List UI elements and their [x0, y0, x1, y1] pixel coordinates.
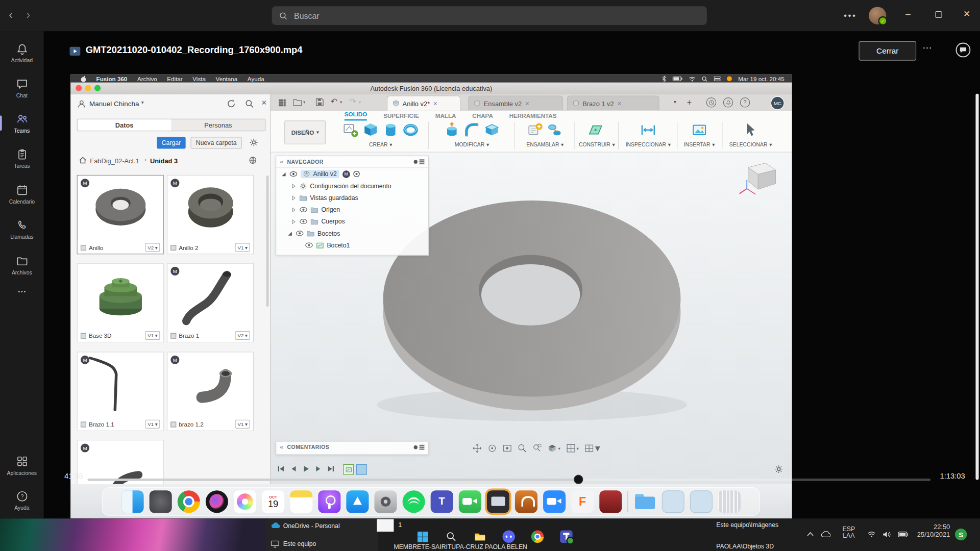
viewports-dropdown[interactable]: ▾ [584, 442, 600, 454]
menu-ayuda[interactable]: Ayuda [248, 76, 264, 82]
select-cursor-icon[interactable] [743, 122, 759, 138]
start-button[interactable] [414, 529, 431, 545]
visibility-eye-icon[interactable] [300, 219, 308, 224]
sidebar-item-calendario[interactable]: Calendario [0, 178, 44, 211]
audio-app-icon[interactable] [515, 490, 537, 513]
panel-options-icon[interactable] [414, 445, 425, 449]
help-circle-icon[interactable]: ? [740, 97, 750, 108]
joint-icon[interactable] [547, 122, 563, 138]
expander-collapsed-icon[interactable] [291, 183, 297, 188]
sidebar-item-chat[interactable]: Chat [0, 71, 44, 105]
version-dropdown[interactable]: V1▾ [235, 243, 250, 252]
visibility-eye-icon[interactable] [300, 207, 308, 212]
page-scrollbar[interactable] [975, 94, 978, 480]
facetime-icon[interactable] [459, 490, 481, 513]
close-tab-icon[interactable]: ✕ [433, 101, 437, 107]
skip-start-icon[interactable] [277, 465, 285, 473]
minimize-button[interactable]: – [905, 9, 911, 19]
datapanel-scrollbar[interactable] [266, 176, 269, 307]
project-card-base3d[interactable]: Base 3DV1▾ [77, 263, 164, 343]
group-label-crear[interactable]: CREAR▾ [369, 141, 392, 147]
play-icon[interactable] [302, 465, 310, 473]
tray-clock[interactable]: 22:50 25/10/2021 [911, 523, 950, 538]
explorer-thispc-item[interactable]: Este equipo [283, 540, 316, 547]
sidebar-more[interactable] [0, 281, 44, 303]
doc-tab-ensamble[interactable]: Ensamble v2 ✕ [468, 95, 563, 110]
zoom-app-icon[interactable] [543, 490, 566, 513]
tree-row-root[interactable]: Anillo v2 M [276, 168, 428, 180]
menu-editar[interactable]: Editar [167, 76, 182, 82]
upload-button[interactable]: Cargar [157, 137, 185, 148]
menu-archivo[interactable]: Archivo [137, 76, 157, 82]
sidebar-item-aplicaciones[interactable]: Aplicaciones [0, 448, 44, 482]
home-icon[interactable] [79, 156, 87, 164]
version-dropdown[interactable]: V1▾ [145, 331, 160, 340]
fusion-viewport[interactable]: « NAVEGADOR Anillo [271, 153, 792, 484]
file-menu-icon[interactable] [293, 98, 302, 106]
version-dropdown[interactable]: V2▾ [235, 331, 250, 340]
explorer-path-images[interactable]: Este equipo\Imágenes [716, 521, 778, 528]
tree-row-config[interactable]: Configuración del documento [276, 180, 428, 192]
selected-file-name[interactable]: MEMBRETE-SAIRITUPA-CRUZ PAOLA BELEN [394, 543, 527, 550]
forward-icon[interactable]: › [26, 9, 30, 20]
close-tab-icon[interactable]: ✕ [617, 101, 622, 107]
account-avatar[interactable]: MC [771, 96, 785, 110]
seek-bar[interactable] [87, 479, 930, 481]
job-status-icon[interactable] [706, 97, 717, 108]
create-sketch-icon[interactable] [342, 122, 359, 138]
tree-row-cuerpos[interactable]: Cuerpos [276, 215, 428, 227]
search-icon[interactable] [245, 99, 254, 108]
project-card-anillo[interactable]: M AnilloV2▾ [77, 175, 164, 255]
grid-snap-dropdown[interactable]: ▾ [566, 443, 579, 453]
grid-view-icon[interactable] [278, 98, 286, 107]
construction-plane-icon[interactable] [589, 122, 605, 138]
expander-collapsed-icon[interactable] [291, 195, 297, 201]
tree-row-vistas[interactable]: Vistas guardadas [276, 192, 428, 204]
spotify-icon[interactable] [403, 490, 425, 513]
fillet-icon[interactable] [464, 122, 480, 138]
version-dropdown[interactable]: V2▾ [145, 243, 160, 252]
avatar[interactable]: ✓ [869, 7, 886, 24]
timeline-sketch-feature[interactable] [343, 464, 354, 475]
document-stack-icon[interactable] [662, 490, 684, 513]
calendar-icon[interactable]: OCT 19 [262, 490, 284, 513]
menubar-clock[interactable]: Mar 19 oct. 20:45 [738, 76, 785, 82]
new-folder-button[interactable]: Nueva carpeta [190, 137, 241, 148]
discord-icon[interactable] [501, 529, 517, 545]
input-language[interactable]: ESP LAA [841, 525, 857, 539]
document-stack-icon[interactable] [690, 490, 713, 513]
timeline-settings-gear-icon[interactable] [774, 465, 783, 473]
search-input[interactable] [293, 10, 700, 21]
doc-tab-brazo[interactable]: Brazo 1 v2 ✕ [567, 95, 659, 110]
back-icon[interactable]: ‹ [9, 9, 13, 20]
canvas-icon[interactable] [691, 122, 707, 138]
system-preferences-icon[interactable] [374, 490, 397, 513]
tab-superficie[interactable]: SUPERFICIE [383, 112, 419, 119]
tab-herramientas[interactable]: HERRAMIENTAS [509, 112, 557, 119]
display-settings-dropdown[interactable]: ▾ [548, 443, 560, 453]
group-label-construir[interactable]: CONSTRUIR▾ [579, 141, 615, 147]
account-name[interactable]: Manuel Chincha [89, 100, 139, 108]
explorer-onedrive-item[interactable]: OneDrive - Personal [283, 522, 340, 529]
zoom-icon[interactable] [518, 443, 527, 453]
search-bar[interactable] [272, 6, 707, 25]
tab-solido[interactable]: SOLIDO [345, 111, 368, 121]
tray-speaker-icon[interactable] [883, 531, 891, 538]
menu-vista[interactable]: Vista [192, 76, 206, 82]
look-at-icon[interactable] [502, 443, 511, 453]
box-icon[interactable] [362, 122, 379, 138]
mission-control-icon[interactable] [150, 490, 172, 513]
orbit-icon[interactable] [487, 443, 497, 453]
taskbar-search-icon[interactable] [443, 529, 459, 545]
skype-status-badge[interactable]: S [955, 529, 967, 540]
chevron-down-icon[interactable]: ▾ [141, 100, 144, 106]
view-cube[interactable] [738, 158, 780, 200]
sidebar-item-actividad[interactable]: Actividad [0, 36, 44, 70]
workspace-selector[interactable]: DISEÑO▾ [284, 120, 326, 144]
expander-expanded-icon[interactable] [281, 171, 286, 177]
timeline-position-marker[interactable] [356, 464, 367, 475]
explorer-path-objects[interactable]: PAOLAA\Objetos 3D [716, 543, 774, 549]
expander-collapsed-icon[interactable] [291, 207, 297, 212]
expander-expanded-icon[interactable] [287, 231, 292, 236]
mac-zoom-icon[interactable] [94, 85, 101, 91]
